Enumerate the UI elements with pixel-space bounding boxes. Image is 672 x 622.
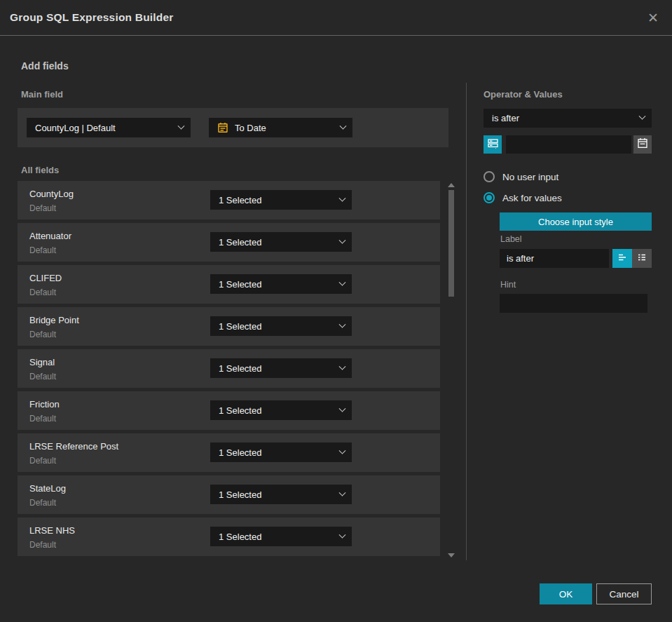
field-name: Bridge Point (29, 315, 79, 325)
list-scrollbar[interactable] (447, 181, 455, 560)
ok-button-label: OK (559, 589, 573, 600)
radio-label: Ask for values (502, 193, 562, 203)
radio-circle-unchecked (484, 171, 495, 182)
field-name: Friction (29, 399, 60, 410)
radio-ask-for-values[interactable]: Ask for values (484, 192, 562, 203)
panel-divider (466, 83, 467, 560)
label-caption: Label (500, 234, 522, 244)
ok-button[interactable]: OK (540, 583, 592, 604)
choose-input-style-label: Choose input style (538, 217, 613, 227)
field-subtitle: Default (29, 414, 56, 424)
field-row: CLIFED Default 1 Selected (18, 265, 440, 304)
cancel-button[interactable]: Cancel (596, 583, 652, 604)
field-values-select-value: 1 Selected (219, 447, 340, 458)
main-field-panel: CountyLog | Default To Date (18, 108, 448, 147)
field-subtitle: Default (29, 456, 56, 466)
main-field-select[interactable]: CountyLog | Default (27, 118, 191, 137)
field-name: LRSE Reference Post (29, 441, 118, 452)
cancel-button-label: Cancel (609, 589, 638, 600)
field-name: CountyLog (29, 189, 74, 199)
field-subtitle: Default (29, 540, 56, 550)
field-values-select[interactable]: 1 Selected (210, 400, 352, 420)
field-values-select-value: 1 Selected (219, 237, 340, 248)
radio-label: No user input (502, 172, 558, 182)
chevron-down-icon (340, 122, 347, 129)
field-values-select[interactable]: 1 Selected (210, 190, 352, 210)
text-style-button[interactable] (612, 249, 632, 268)
chevron-down-icon (339, 278, 346, 285)
radio-circle-checked (484, 192, 495, 203)
radio-no-user-input[interactable]: No user input (484, 171, 558, 182)
chevron-down-icon (339, 531, 346, 538)
field-row: CountyLog Default 1 Selected (18, 181, 440, 219)
operator-select[interactable]: is after (484, 109, 652, 128)
close-icon: ✕ (647, 10, 659, 26)
chevron-down-icon (339, 405, 346, 412)
date-type-select[interactable]: To Date (209, 118, 352, 137)
list-icon (636, 252, 647, 266)
chevron-down-icon (339, 236, 346, 243)
date-value-row (484, 135, 652, 154)
hint-input[interactable] (500, 294, 647, 313)
field-row: StateLog Default 1 Selected (18, 475, 440, 514)
field-subtitle: Default (29, 203, 56, 213)
field-subtitle: Default (29, 330, 56, 339)
field-values-select[interactable]: 1 Selected (210, 232, 352, 252)
calendar-icon (217, 122, 228, 133)
field-values-select-value: 1 Selected (219, 321, 340, 332)
choose-input-style-button[interactable]: Choose input style (500, 212, 652, 231)
chevron-down-icon (178, 122, 185, 129)
chevron-down-icon (339, 363, 346, 370)
field-values-select-value: 1 Selected (219, 363, 340, 374)
all-fields-label: All fields (21, 165, 59, 175)
field-values-select[interactable]: 1 Selected (210, 358, 352, 378)
label-input[interactable] (500, 249, 609, 268)
dialog-titlebar: Group SQL Expression Builder ✕ (0, 0, 672, 36)
add-fields-heading: Add fields (21, 60, 69, 72)
field-values-select[interactable]: 1 Selected (210, 442, 352, 462)
field-row: Friction Default 1 Selected (18, 391, 440, 430)
operator-values-heading: Operator & Values (484, 89, 563, 100)
scroll-down-icon[interactable] (448, 553, 455, 557)
group-sql-expression-builder-dialog: Group SQL Expression Builder ✕ Add field… (0, 0, 672, 622)
hint-caption: Hint (500, 280, 516, 290)
chevron-down-icon (639, 113, 646, 120)
field-subtitle: Default (29, 372, 56, 381)
chevron-down-icon (339, 320, 346, 327)
calendar-icon (637, 137, 648, 151)
field-subtitle: Default (29, 288, 56, 297)
field-values-select-value: 1 Selected (219, 489, 340, 500)
main-field-select-value: CountyLog | Default (35, 123, 179, 133)
operator-select-value: is after (492, 113, 640, 123)
all-fields-list: CountyLog Default 1 Selected Attenuator … (18, 181, 440, 560)
date-type-select-value: To Date (235, 123, 341, 133)
field-values-select[interactable]: 1 Selected (210, 316, 352, 336)
field-name: StateLog (29, 483, 66, 494)
scrollbar-thumb[interactable] (448, 190, 454, 297)
chevron-down-icon (339, 447, 346, 454)
field-row: Attenuator Default 1 Selected (18, 223, 440, 262)
field-subtitle: Default (29, 498, 56, 508)
date-value-input-wrap (506, 135, 631, 154)
main-field-label: Main field (21, 89, 63, 100)
chevron-down-icon (339, 489, 346, 496)
close-button[interactable]: ✕ (643, 7, 664, 28)
field-row: LRSE NHS Default 1 Selected (18, 518, 440, 556)
date-value-input[interactable] (506, 135, 631, 154)
field-values-select[interactable]: 1 Selected (210, 485, 352, 504)
field-name: Signal (29, 357, 55, 367)
list-style-button[interactable] (632, 249, 652, 268)
input-type-button[interactable] (484, 135, 502, 154)
label-input-wrap (500, 249, 609, 268)
field-values-select-value: 1 Selected (219, 195, 340, 205)
scroll-up-icon[interactable] (448, 183, 455, 187)
field-row: Bridge Point Default 1 Selected (18, 307, 440, 346)
field-values-select[interactable]: 1 Selected (210, 274, 352, 294)
label-row (500, 249, 652, 268)
dialog-title: Group SQL Expression Builder (10, 11, 174, 24)
hint-input-wrap (500, 294, 647, 313)
calendar-button[interactable] (633, 135, 652, 154)
chevron-down-icon (339, 194, 346, 201)
value-list-icon (487, 137, 499, 152)
field-values-select[interactable]: 1 Selected (210, 527, 352, 546)
